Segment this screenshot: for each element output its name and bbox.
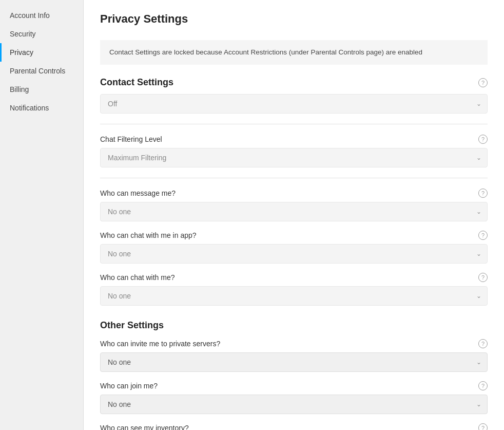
who-can-chat-field: Who can chat with me? ? No one ⌄ <box>100 273 488 306</box>
contact-settings-main-field: Off ⌄ <box>100 94 488 114</box>
contact-settings-help-icon[interactable]: ? <box>478 78 488 87</box>
who-can-chat-in-app-help-icon[interactable]: ? <box>478 231 488 240</box>
who-can-join-label-row: Who can join me? ? <box>100 381 488 390</box>
who-can-message-field: Who can message me? ? No one ⌄ <box>100 189 488 221</box>
who-can-message-wrapper: No one ⌄ <box>100 202 488 221</box>
sidebar-item-security[interactable]: Security <box>0 25 83 43</box>
who-can-join-wrapper: No one ⌄ <box>100 395 488 414</box>
contact-settings-main-select[interactable]: Off <box>100 94 488 114</box>
divider-2 <box>100 178 488 178</box>
main-content: Privacy Settings Contact Settings are lo… <box>84 0 504 430</box>
who-can-see-inventory-label: Who can see my inventory? <box>100 424 189 430</box>
who-can-join-label: Who can join me? <box>100 382 158 390</box>
chat-filtering-wrapper: Maximum Filtering ⌄ <box>100 148 488 167</box>
other-settings-section: Other Settings Who can invite me to priv… <box>100 320 488 430</box>
who-can-chat-in-app-label: Who can chat with me in app? <box>100 231 197 239</box>
who-can-chat-in-app-select[interactable]: No one <box>100 244 488 264</box>
who-can-chat-help-icon[interactable]: ? <box>478 273 488 282</box>
who-can-invite-help-icon[interactable]: ? <box>478 339 488 348</box>
who-can-invite-select[interactable]: No one <box>100 352 488 372</box>
who-can-see-inventory-label-row: Who can see my inventory? ? <box>100 423 488 430</box>
chat-filtering-field: Chat Filtering Level ? Maximum Filtering… <box>100 135 488 167</box>
who-can-message-label: Who can message me? <box>100 189 176 197</box>
who-can-see-inventory-field: Who can see my inventory? ? Friends ⌄ <box>100 423 488 430</box>
sidebar-item-parental-controls[interactable]: Parental Controls <box>0 62 83 80</box>
chat-filtering-help-icon[interactable]: ? <box>478 135 488 144</box>
other-settings-title: Other Settings <box>100 320 488 331</box>
who-can-join-field: Who can join me? ? No one ⌄ <box>100 381 488 414</box>
who-can-chat-label-row: Who can chat with me? ? <box>100 273 488 282</box>
who-can-invite-label: Who can invite me to private servers? <box>100 340 220 348</box>
chat-filtering-label: Chat Filtering Level <box>100 135 162 143</box>
sidebar-item-notifications[interactable]: Notifications <box>0 99 83 117</box>
contact-settings-section: Contact Settings ? Off ⌄ Chat Filtering … <box>100 77 488 306</box>
contact-settings-title: Contact Settings <box>100 77 173 88</box>
warning-banner: Contact Settings are locked because Acco… <box>100 40 488 65</box>
page-title: Privacy Settings <box>100 12 488 26</box>
who-can-invite-label-row: Who can invite me to private servers? ? <box>100 339 488 348</box>
chat-filtering-label-row: Chat Filtering Level ? <box>100 135 488 144</box>
sidebar-item-billing[interactable]: Billing <box>0 80 83 99</box>
who-can-invite-field: Who can invite me to private servers? ? … <box>100 339 488 372</box>
who-can-see-inventory-help-icon[interactable]: ? <box>478 423 488 430</box>
who-can-chat-label: Who can chat with me? <box>100 273 175 282</box>
chat-filtering-select[interactable]: Maximum Filtering <box>100 148 488 167</box>
who-can-chat-in-app-field: Who can chat with me in app? ? No one ⌄ <box>100 231 488 264</box>
contact-settings-header: Contact Settings ? <box>100 77 488 88</box>
contact-settings-main-wrapper: Off ⌄ <box>100 94 488 114</box>
sidebar: Account Info Security Privacy Parental C… <box>0 0 84 430</box>
who-can-chat-in-app-wrapper: No one ⌄ <box>100 244 488 264</box>
who-can-join-select[interactable]: No one <box>100 395 488 414</box>
divider-1 <box>100 124 488 124</box>
sidebar-item-privacy[interactable]: Privacy <box>0 43 83 62</box>
who-can-invite-wrapper: No one ⌄ <box>100 352 488 372</box>
who-can-message-help-icon[interactable]: ? <box>478 189 488 198</box>
who-can-join-help-icon[interactable]: ? <box>478 381 488 390</box>
sidebar-item-account-info[interactable]: Account Info <box>0 6 83 25</box>
who-can-chat-in-app-label-row: Who can chat with me in app? ? <box>100 231 488 240</box>
who-can-message-label-row: Who can message me? ? <box>100 189 488 198</box>
who-can-chat-wrapper: No one ⌄ <box>100 286 488 306</box>
who-can-chat-select[interactable]: No one <box>100 286 488 306</box>
who-can-message-select[interactable]: No one <box>100 202 488 221</box>
